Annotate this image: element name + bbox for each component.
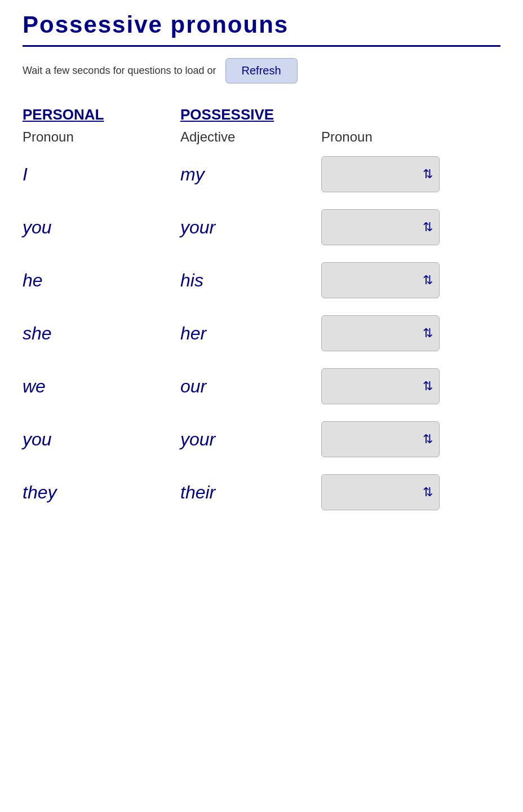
subtitle-row: Wait a few seconds for questions to load… (23, 58, 500, 83)
personal-header: PERSONAL (23, 106, 180, 123)
pronoun-table: PERSONAL POSSESSIVE Pronoun Adjective Pr… (23, 106, 500, 510)
pronoun-select-0[interactable]: mine yours his hers ours theirs (321, 156, 440, 192)
personal-pronoun: he (23, 270, 180, 291)
possessive-header: POSSESSIVE (180, 106, 468, 123)
possessive-pronoun-cell: mine yours his hers ours theirs (321, 156, 468, 192)
select-wrapper: mine yours his hers ours theirs (321, 262, 440, 298)
possessive-adjective: her (180, 323, 321, 344)
possessive-pronoun-cell: mine yours his hers ours theirs (321, 474, 468, 510)
column-labels: Pronoun Adjective Pronoun (23, 129, 500, 145)
pronoun-select-5[interactable]: mine yours his hers ours theirs (321, 421, 440, 457)
possessive-adjective: our (180, 376, 321, 397)
possessive-adjective: your (180, 217, 321, 238)
page-title: Possessive pronouns (23, 11, 500, 47)
possessive-adjective: my (180, 164, 321, 185)
personal-pronoun: we (23, 376, 180, 397)
possessive-pronoun-cell: mine yours his hers ours theirs (321, 262, 468, 298)
table-row: you your mine yours his hers ours theirs (23, 421, 500, 457)
possessive-pronoun-cell: mine yours his hers ours theirs (321, 315, 468, 351)
table-row: you your mine yours his hers ours theirs (23, 209, 500, 245)
personal-pronoun: you (23, 217, 180, 238)
select-wrapper: mine yours his hers ours theirs (321, 209, 440, 245)
table-row: we our mine yours his hers ours theirs (23, 368, 500, 404)
table-row: she her mine yours his hers ours theirs (23, 315, 500, 351)
possessive-pronoun-cell: mine yours his hers ours theirs (321, 209, 468, 245)
possessive-adjective: their (180, 482, 321, 503)
select-wrapper: mine yours his hers ours theirs (321, 474, 440, 510)
possessive-adjective: your (180, 429, 321, 450)
select-wrapper: mine yours his hers ours theirs (321, 368, 440, 404)
personal-pronoun: you (23, 429, 180, 450)
col-pronoun-possessive: Pronoun (321, 129, 468, 145)
pronoun-select-4[interactable]: mine yours his hers ours theirs (321, 368, 440, 404)
table-row: they their mine yours his hers ours thei… (23, 474, 500, 510)
select-wrapper: mine yours his hers ours theirs (321, 315, 440, 351)
col-adjective: Adjective (180, 129, 321, 145)
table-row: I my mine yours his hers ours theirs (23, 156, 500, 192)
col-pronoun-personal: Pronoun (23, 129, 180, 145)
select-wrapper: mine yours his hers ours theirs (321, 156, 440, 192)
section-headers: PERSONAL POSSESSIVE (23, 106, 500, 123)
pronoun-select-6[interactable]: mine yours his hers ours theirs (321, 474, 440, 510)
personal-pronoun: they (23, 482, 180, 503)
subtitle-text: Wait a few seconds for questions to load… (23, 65, 216, 77)
possessive-pronoun-cell: mine yours his hers ours theirs (321, 421, 468, 457)
refresh-button[interactable]: Refresh (225, 58, 298, 83)
personal-pronoun: I (23, 164, 180, 185)
table-row: he his mine yours his hers ours theirs (23, 262, 500, 298)
pronoun-select-2[interactable]: mine yours his hers ours theirs (321, 262, 440, 298)
personal-pronoun: she (23, 323, 180, 344)
possessive-adjective: his (180, 270, 321, 291)
pronoun-select-3[interactable]: mine yours his hers ours theirs (321, 315, 440, 351)
select-wrapper: mine yours his hers ours theirs (321, 421, 440, 457)
pronoun-select-1[interactable]: mine yours his hers ours theirs (321, 209, 440, 245)
possessive-pronoun-cell: mine yours his hers ours theirs (321, 368, 468, 404)
